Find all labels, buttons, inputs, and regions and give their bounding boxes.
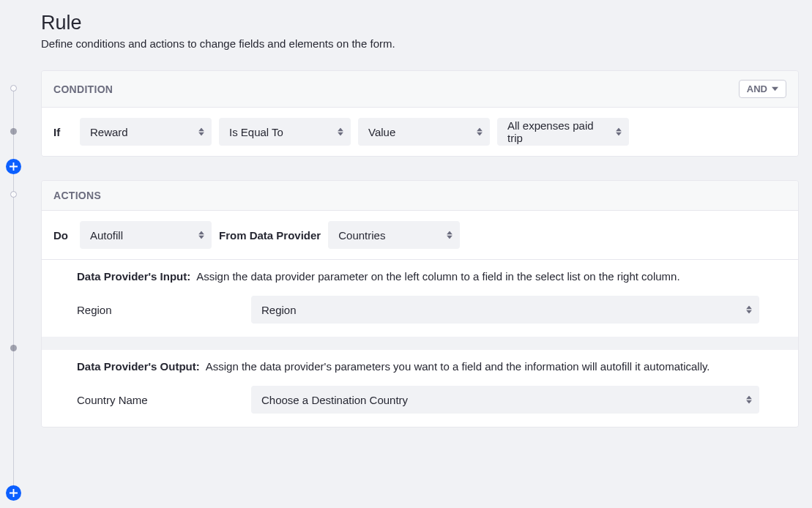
timeline-node-solid bbox=[10, 345, 17, 351]
from-data-provider-label: From Data Provider bbox=[219, 229, 321, 242]
condition-row: If Reward Is Equal To bbox=[42, 108, 798, 156]
dp-output-mapping-row: Country Name Choose a Destination Countr… bbox=[77, 386, 786, 414]
dp-input-title: Data Provider's Input: bbox=[77, 270, 190, 283]
select-value: Is Equal To bbox=[229, 126, 283, 138]
timeline-node-solid bbox=[10, 128, 17, 135]
select-value: Countries bbox=[338, 229, 385, 242]
select-value: Autofill bbox=[90, 229, 123, 242]
add-action-button[interactable] bbox=[6, 485, 21, 501]
action-type-select[interactable]: Autofill bbox=[80, 221, 212, 249]
dp-output-subpanel: Data Provider's Output: Assign the data … bbox=[42, 350, 798, 427]
actions-row: Do Autofill From Data Provider Countries bbox=[42, 211, 798, 259]
select-value: All expenses paid trip bbox=[507, 119, 604, 144]
if-label: If bbox=[53, 126, 72, 138]
dp-output-description: Assign the data provider's parameters yo… bbox=[206, 360, 710, 373]
dp-input-field-select[interactable]: Region bbox=[251, 296, 759, 324]
combinator-label: AND bbox=[747, 83, 767, 94]
sort-icon bbox=[447, 231, 452, 239]
rule-timeline bbox=[0, 0, 31, 508]
condition-panel-header: CONDITION AND bbox=[42, 71, 798, 108]
condition-panel: CONDITION AND If Reward bbox=[41, 70, 799, 157]
select-value: Region bbox=[261, 304, 297, 316]
actions-panel-header: ACTIONS bbox=[42, 181, 798, 211]
plus-icon bbox=[10, 489, 18, 497]
sort-icon bbox=[746, 396, 752, 404]
rule-content: Rule Define conditions and actions to ch… bbox=[31, 0, 812, 508]
timeline-line bbox=[13, 89, 14, 493]
plus-icon bbox=[10, 163, 18, 171]
actions-panel: ACTIONS Do Autofill From Data Provider C… bbox=[41, 180, 799, 427]
sort-icon bbox=[616, 128, 622, 136]
sort-icon bbox=[338, 128, 343, 136]
condition-value-select[interactable]: All expenses paid trip bbox=[497, 118, 629, 146]
dp-output-field-select[interactable]: Choose a Destination Country bbox=[251, 386, 759, 414]
select-value: Value bbox=[368, 126, 395, 138]
subpanel-separator bbox=[42, 337, 798, 350]
dp-input-mapping-row: Region Region bbox=[77, 296, 786, 324]
timeline-node-hollow bbox=[10, 191, 17, 198]
dp-input-param-label: Region bbox=[77, 304, 239, 316]
condition-panel-title: CONDITION bbox=[53, 83, 113, 95]
select-value: Choose a Destination Country bbox=[261, 394, 408, 406]
sort-icon bbox=[746, 306, 752, 314]
condition-comparison-type-select[interactable]: Value bbox=[358, 118, 490, 146]
dp-input-description: Assign the data provider parameter on th… bbox=[196, 270, 679, 283]
dp-output-title: Data Provider's Output: bbox=[77, 360, 200, 373]
add-condition-button[interactable] bbox=[6, 159, 21, 174]
page-title: Rule bbox=[41, 12, 799, 34]
data-provider-select[interactable]: Countries bbox=[328, 221, 460, 249]
condition-operator-select[interactable]: Is Equal To bbox=[219, 118, 351, 146]
sort-icon bbox=[477, 128, 483, 136]
do-label: Do bbox=[53, 229, 72, 242]
select-value: Reward bbox=[90, 126, 128, 138]
sort-icon bbox=[198, 231, 204, 239]
dp-output-param-label: Country Name bbox=[77, 394, 239, 406]
actions-panel-title: ACTIONS bbox=[53, 190, 101, 201]
chevron-down-icon bbox=[772, 86, 778, 92]
condition-combinator-dropdown[interactable]: AND bbox=[739, 80, 786, 98]
condition-field-select[interactable]: Reward bbox=[80, 118, 212, 146]
timeline-node-hollow bbox=[10, 85, 17, 91]
sort-icon bbox=[198, 128, 204, 136]
page-subtitle: Define conditions and actions to change … bbox=[41, 37, 799, 50]
dp-input-subpanel: Data Provider's Input: Assign the data p… bbox=[42, 259, 798, 337]
